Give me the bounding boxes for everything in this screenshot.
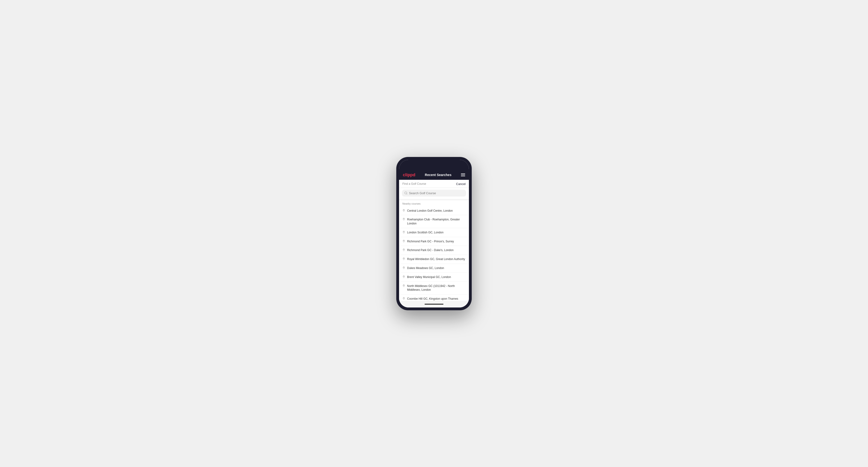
location-pin-icon bbox=[402, 248, 405, 252]
course-name: Richmond Park GC - Duke's, London bbox=[407, 248, 454, 252]
list-item[interactable]: Richmond Park GC - Duke's, London bbox=[399, 246, 469, 255]
list-item[interactable]: Roehampton Club - Roehampton, Greater Lo… bbox=[399, 215, 469, 228]
svg-point-7 bbox=[404, 258, 404, 259]
course-name: Brent Valley Municipal GC, London bbox=[407, 275, 451, 279]
course-name: Central London Golf Centre, London bbox=[407, 209, 453, 213]
home-indicator bbox=[399, 301, 469, 308]
location-pin-icon bbox=[402, 218, 405, 221]
course-name: Royal Wimbledon GC, Great London Authori… bbox=[407, 257, 465, 261]
location-pin-icon bbox=[402, 284, 405, 288]
location-pin-icon bbox=[402, 267, 405, 270]
svg-point-11 bbox=[404, 298, 404, 299]
location-pin-icon bbox=[402, 257, 405, 261]
menu-line-1 bbox=[461, 174, 465, 174]
location-pin-icon bbox=[402, 209, 405, 212]
list-item[interactable]: Richmond Park GC - Prince's, Surrey bbox=[399, 237, 469, 246]
svg-point-10 bbox=[404, 285, 404, 286]
search-box bbox=[402, 190, 466, 196]
svg-point-9 bbox=[404, 276, 404, 277]
list-item[interactable]: London Scottish GC, London bbox=[399, 228, 469, 237]
list-item[interactable]: Coombe Hill GC, Kingston upon Thames bbox=[399, 294, 469, 301]
search-icon bbox=[404, 191, 408, 195]
menu-icon[interactable] bbox=[461, 174, 465, 176]
list-item[interactable]: North Middlesex GC (1011942 - North Midd… bbox=[399, 282, 469, 295]
course-name: Coombe Hill GC, Kingston upon Thames bbox=[407, 297, 458, 301]
svg-point-6 bbox=[404, 249, 404, 250]
find-header: Find a Golf Course Cancel bbox=[399, 180, 469, 188]
content-area: Find a Golf Course Cancel Nearby courses bbox=[399, 180, 469, 308]
location-pin-icon bbox=[402, 275, 405, 279]
list-item[interactable]: Royal Wimbledon GC, Great London Authori… bbox=[399, 255, 469, 264]
notch bbox=[422, 160, 446, 165]
svg-point-5 bbox=[404, 241, 404, 241]
svg-line-1 bbox=[407, 194, 407, 194]
list-item[interactable]: Dukes Meadows GC, London bbox=[399, 264, 469, 273]
location-pin-icon bbox=[402, 297, 405, 301]
location-pin-icon bbox=[402, 240, 405, 243]
nearby-label: Nearby courses bbox=[399, 200, 469, 207]
cancel-button[interactable]: Cancel bbox=[456, 182, 466, 186]
phone-screen: clippd Recent Searches Find a Golf Cours… bbox=[399, 160, 469, 308]
course-name: Roehampton Club - Roehampton, Greater Lo… bbox=[407, 218, 466, 226]
app-logo: clippd bbox=[403, 173, 415, 178]
svg-point-3 bbox=[404, 219, 404, 219]
find-title: Find a Golf Course bbox=[402, 182, 426, 185]
menu-line-3 bbox=[461, 176, 465, 176]
svg-point-4 bbox=[404, 231, 404, 232]
home-bar bbox=[425, 304, 443, 305]
svg-point-2 bbox=[404, 210, 404, 211]
course-name: North Middlesex GC (1011942 - North Midd… bbox=[407, 284, 466, 292]
phone-device: clippd Recent Searches Find a Golf Cours… bbox=[396, 157, 472, 310]
nearby-section: Nearby courses Central London Golf Centr… bbox=[399, 200, 469, 301]
list-item[interactable]: Central London Golf Centre, London bbox=[399, 207, 469, 215]
location-pin-icon bbox=[402, 231, 405, 234]
status-bar bbox=[399, 160, 469, 170]
svg-point-8 bbox=[404, 267, 404, 268]
search-container bbox=[399, 188, 469, 199]
header-bar: clippd Recent Searches bbox=[399, 170, 469, 180]
list-item[interactable]: Brent Valley Municipal GC, London bbox=[399, 273, 469, 282]
course-name: Richmond Park GC - Prince's, Surrey bbox=[407, 240, 454, 244]
course-name: Dukes Meadows GC, London bbox=[407, 266, 444, 270]
search-input[interactable] bbox=[409, 191, 464, 195]
header-title: Recent Searches bbox=[425, 173, 452, 177]
course-name: London Scottish GC, London bbox=[407, 230, 443, 235]
menu-line-2 bbox=[461, 175, 465, 175]
